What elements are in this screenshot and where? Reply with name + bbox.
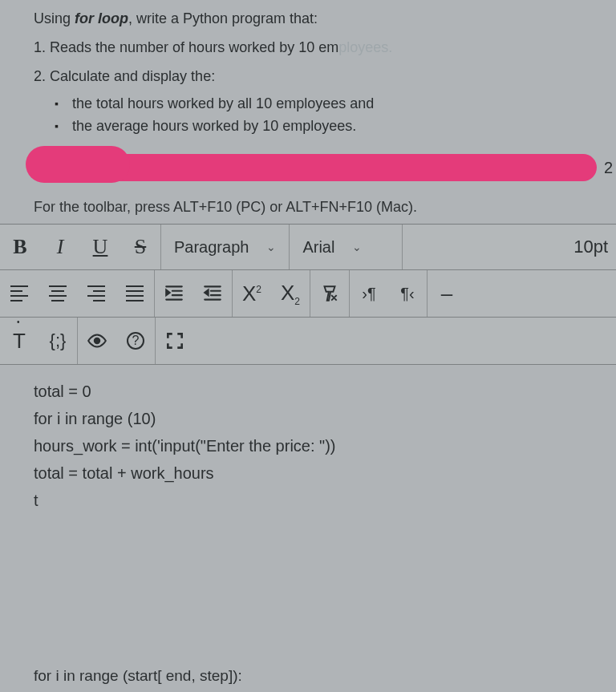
superscript-icon: X2 <box>242 281 261 306</box>
outdent-icon <box>202 283 223 304</box>
question-block: Using for loop, write a Python program t… <box>0 0 616 143</box>
question-bullets: the total hours worked by all 10 employe… <box>34 93 605 136</box>
font-size-select[interactable]: 10pt <box>561 225 616 269</box>
code-line: for i in range (start[ end, step]): <box>34 663 614 689</box>
align-left-button[interactable] <box>0 270 38 317</box>
align-justify-icon <box>126 285 144 301</box>
align-right-button[interactable] <box>77 270 116 317</box>
toolbar-row-1: B I U S Paragraph ⌄ Arial ⌄ 10pt <box>0 225 616 270</box>
font-size-label: 10pt <box>573 237 608 257</box>
code-line: t <box>34 487 605 514</box>
eye-icon <box>87 330 107 351</box>
superscript-button[interactable]: X2 <box>233 270 271 317</box>
strikethrough-button[interactable]: S <box>120 225 160 269</box>
bullet-1: the total hours worked by all 10 employe… <box>72 93 605 114</box>
font-family-label: Arial <box>302 238 334 257</box>
align-left-icon <box>10 285 28 301</box>
chevron-down-icon: ⌄ <box>266 241 276 253</box>
align-right-icon <box>87 285 105 301</box>
accessibility-button[interactable]: •T <box>0 318 38 364</box>
accessibility-icon: •T <box>13 329 26 354</box>
chevron-down-icon: ⌄ <box>352 241 362 253</box>
code-line: for i in range (10) <box>34 405 605 432</box>
toolbar-hint: For the toolbar, press ALT+F10 (PC) or A… <box>0 192 616 224</box>
preview-button[interactable] <box>78 318 116 364</box>
code-line: total = 0 <box>34 378 605 405</box>
font-family-select[interactable]: Arial ⌄ <box>290 225 402 269</box>
svg-point-0 <box>95 338 100 344</box>
align-center-icon <box>49 285 67 301</box>
outdent-button[interactable] <box>193 270 232 317</box>
paragraph-format-label: Paragraph <box>174 238 249 257</box>
code-line: total = total + work_hours <box>34 459 605 487</box>
underline-button[interactable]: U <box>80 225 120 269</box>
question-points: 2 <box>604 159 613 177</box>
rich-text-editor: B I U S Paragraph ⌄ Arial ⌄ 10pt <box>0 224 616 663</box>
clear-formatting-icon <box>319 283 340 304</box>
align-justify-button[interactable] <box>116 270 154 317</box>
help-button[interactable]: ? <box>116 318 155 364</box>
fullscreen-button[interactable] <box>156 318 194 364</box>
code-line: hours_work = int('input("Enter the price… <box>34 432 605 459</box>
question-item-1: 1. Reads the number of hours worked by 1… <box>34 37 605 58</box>
align-center-button[interactable] <box>38 270 77 317</box>
horizontal-rule-button[interactable]: – <box>428 270 466 317</box>
toolbar-row-2: X2 X2 ›¶ ¶‹ – <box>0 270 616 318</box>
question-item-2: 2. Calculate and display the: <box>34 66 605 87</box>
toolbar-row-3: •T {;} ? <box>0 318 616 365</box>
ltr-button[interactable]: ›¶ <box>350 270 388 317</box>
ltr-icon: ›¶ <box>362 285 375 303</box>
fullscreen-icon <box>164 330 185 351</box>
bullet-2: the average hours worked by 10 employees… <box>72 115 605 136</box>
help-icon: ? <box>127 332 144 350</box>
clear-formatting-button[interactable] <box>310 270 349 317</box>
editor-content[interactable]: total = 0 for i in range (10) hours_work… <box>0 365 616 663</box>
bold-button[interactable]: B <box>0 225 40 269</box>
indent-icon <box>164 283 184 304</box>
redaction-bar: 2 <box>0 151 616 186</box>
subscript-button[interactable]: X2 <box>271 270 310 317</box>
subscript-icon: X2 <box>281 281 300 307</box>
paragraph-format-select[interactable]: Paragraph ⌄ <box>161 225 289 269</box>
code-sample-button[interactable]: {;} <box>38 318 77 364</box>
footer-code: for i in range (start[ end, step]): prin… <box>0 663 616 692</box>
rtl-icon: ¶‹ <box>400 285 414 303</box>
question-title: Using for loop, write a Python program t… <box>34 8 605 29</box>
rtl-button[interactable]: ¶‹ <box>388 270 427 317</box>
italic-button[interactable]: I <box>40 225 80 269</box>
indent-button[interactable] <box>155 270 193 317</box>
